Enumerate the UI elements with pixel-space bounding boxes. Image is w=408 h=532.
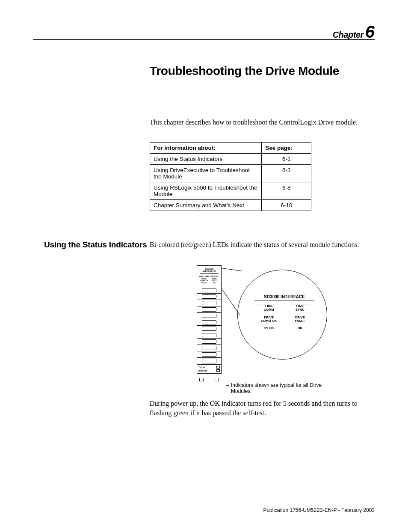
section-heading: Using the Status Indicators <box>44 240 147 250</box>
magnified-led-panel: SD3000 INTERFACE LINKCOMM LINKSYNC DRIVE… <box>254 294 314 334</box>
led-label: DRIVEFAULT <box>286 316 314 323</box>
led-label: OK <box>210 282 219 284</box>
module-led-grid: LINK COMM DRIVE COMM OK OS OK LINK SYNC … <box>198 275 220 284</box>
slot-icon <box>197 345 221 351</box>
toc-page: 6-8 <box>262 182 311 200</box>
led-label: LINKSYNC <box>286 304 314 312</box>
port-label-tx: Tx (rear) <box>198 366 206 369</box>
toc-page: 6-10 <box>262 200 311 211</box>
page-title: Troubleshooting the Drive Module <box>150 64 339 78</box>
led-label: OS OK <box>254 327 283 330</box>
diagram-caption: Indicators shown are typical for all Dri… <box>231 382 334 394</box>
table-row: Chapter Summary and What's Next 6-10 <box>150 200 311 211</box>
chapter-word: Chapter <box>333 30 364 39</box>
foot-icon <box>199 378 204 381</box>
table-header-row: For information about: See page: <box>150 143 311 154</box>
led-label: DRIVE FAULT <box>210 279 219 282</box>
publication-footer: Publication 1756-UM522B-EN-P - February … <box>263 507 375 513</box>
table-header-page: See page: <box>262 143 311 154</box>
led-label: LINKCOMM <box>254 304 283 312</box>
toc-topic: Using RSLogix 5000 to Troubleshoot the M… <box>150 182 262 200</box>
led-label: OS OK <box>199 282 209 284</box>
intro-paragraph: This chapter describes how to troublesho… <box>150 118 368 127</box>
module-title-small: SD3000 INTERFACE <box>198 267 220 273</box>
led-label: LINK SYNC <box>210 276 219 278</box>
table-row: Using the Status Indicators 6-1 <box>150 154 311 165</box>
toc-topic: Using the Status Indicators <box>150 154 262 165</box>
chapter-header: Chapter6 <box>333 22 375 42</box>
led-label: DRIVECOMM OK <box>254 316 283 323</box>
led-label: OK <box>286 327 314 330</box>
slot-icon <box>197 287 221 294</box>
slot-icon <box>197 313 221 319</box>
toc-topic: Using DriveExecutive to Troubleshoot the… <box>150 165 262 182</box>
chapter-number: 6 <box>365 22 375 41</box>
slot-icon <box>197 306 221 313</box>
module-ports: Tx (rear) Rx (front) <box>197 364 221 373</box>
toc-page: 6-1 <box>262 154 311 165</box>
port-label-rx: Rx (front) <box>198 370 207 372</box>
table-row: Using RSLogix 5000 to Troubleshoot the M… <box>150 182 311 200</box>
callout-line <box>222 268 242 271</box>
slot-icon <box>197 358 221 364</box>
section-body: During power up, the OK indicator turns … <box>150 399 372 418</box>
table-row: Using DriveExecutive to Troubleshoot the… <box>150 165 311 182</box>
port-icon <box>216 366 220 369</box>
module-top-section: SD3000 INTERFACE LINK COMM DRIVE COMM OK… <box>197 266 221 287</box>
module-front-panel: SD3000 INTERFACE LINK COMM DRIVE COMM OK… <box>197 265 222 374</box>
foot-icon <box>215 378 219 381</box>
header-rule <box>33 39 375 40</box>
slot-icon <box>197 300 221 306</box>
slot-icon <box>197 326 221 332</box>
caption-connector <box>226 385 229 386</box>
table-header-topic: For information about: <box>150 143 262 154</box>
slot-icon <box>197 294 221 300</box>
slot-icon <box>197 351 221 358</box>
toc-table: For information about: See page: Using t… <box>150 142 311 211</box>
slot-icon <box>197 319 221 326</box>
led-label: LINK COMM <box>199 276 209 278</box>
module-feet <box>197 378 222 381</box>
port-icon <box>216 369 220 372</box>
module-slots <box>197 287 221 364</box>
toc-topic: Chapter Summary and What's Next <box>150 200 262 211</box>
section-body: Bi-colored (red/green) LEDs indicate the… <box>150 240 368 250</box>
slot-icon <box>197 339 221 345</box>
magnified-title: SD3000 INTERFACE <box>254 294 314 299</box>
led-label: DRIVE COMM OK <box>199 279 209 282</box>
toc-page: 6-3 <box>262 165 311 182</box>
slot-icon <box>197 332 221 339</box>
status-indicator-diagram: SD3000 INTERFACE LINK COMM DRIVE COMM OK… <box>197 265 334 394</box>
